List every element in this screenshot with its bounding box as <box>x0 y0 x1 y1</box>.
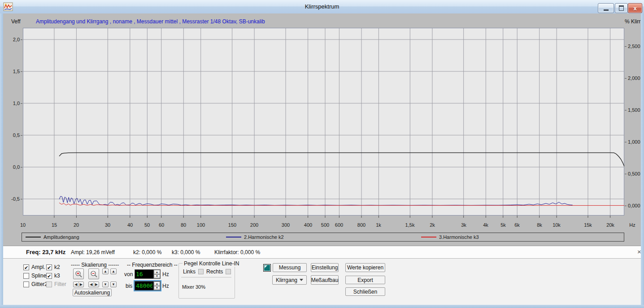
window-title: Klirrspektrum <box>0 3 644 10</box>
arrow-up-icon: ▲ <box>112 270 115 273</box>
plot-canvas[interactable] <box>23 28 624 218</box>
k3-line-swatch <box>421 237 436 238</box>
spinner-up-icon[interactable]: ▲ <box>154 270 160 274</box>
pan-left-right-2[interactable]: ◀ ▶ <box>88 282 99 287</box>
x-tick-label: 500 <box>321 222 329 228</box>
title-bar[interactable]: Klirrspektrum x <box>0 0 644 14</box>
k2-line-swatch <box>226 237 241 238</box>
mixer-level-label: Mixer 30% <box>182 284 205 290</box>
export-button[interactable]: Export <box>345 276 385 284</box>
spline-checkbox-row[interactable]: Spline <box>23 273 46 279</box>
right-axis-unit: % Klirr <box>625 18 640 25</box>
y-right-tick-mark <box>625 142 627 142</box>
x-tick-label: 3k <box>461 222 466 228</box>
k3-checkbox[interactable]: ✔ <box>46 273 52 279</box>
spinner-down-icon[interactable]: ▼ <box>154 286 160 290</box>
scale-down-button-2[interactable]: ▼ <box>110 282 117 287</box>
x-tick-label: 100 <box>197 222 205 228</box>
arrow-left-icon[interactable]: ◀ <box>89 282 94 287</box>
spline-checkbox-label: Spline <box>31 273 46 279</box>
ampl-checkbox-row[interactable]: ✔ Ampl. <box>23 264 45 270</box>
x-tick-label: 8k <box>537 222 542 228</box>
zoom-in-button[interactable] <box>73 268 84 279</box>
bis-field-group[interactable]: ▲ ▼ <box>135 281 161 290</box>
bis-input[interactable] <box>135 282 153 290</box>
arrow-right-icon[interactable]: ▶ <box>79 282 84 287</box>
x-tick-label: 30 <box>105 222 110 228</box>
x-tick-label: 800 <box>357 222 366 228</box>
von-input[interactable] <box>135 270 153 278</box>
k3-checkbox-row[interactable]: ✔ k3 <box>46 273 60 279</box>
spinner-up-icon[interactable]: ▲ <box>154 282 160 286</box>
status-k3: k3: 0,000 % <box>172 249 200 255</box>
measurement-status-led <box>263 264 271 272</box>
window-frame-bottom <box>0 305 644 308</box>
k2-checkbox[interactable]: ✔ <box>46 264 52 270</box>
x-origin-label: 10 <box>20 222 26 228</box>
autoskalierung-button[interactable]: Autoskalierung <box>73 289 112 296</box>
x-tick-label: 150 <box>228 222 236 228</box>
y-right-tick-mark <box>625 206 627 206</box>
von-field-group[interactable]: ▲ ▼ <box>135 269 161 279</box>
y-right-tick-label: 1,500 <box>628 107 640 113</box>
scale-up-button-2[interactable]: ▲ <box>110 268 117 274</box>
maximize-button[interactable] <box>615 3 628 13</box>
y-left-tick-label: 0,5 <box>3 132 20 138</box>
werte-kopieren-button[interactable]: Werte kopieren <box>345 263 385 272</box>
x-axis-unit: Hz <box>629 222 635 228</box>
x-tick-label: 1k <box>376 222 381 228</box>
klirrgang-dropdown[interactable]: Klirrgang <box>272 275 307 285</box>
von-unit: Hz <box>162 271 169 277</box>
frequenzbereich-group-title: -- Frequenzbereich -- <box>127 262 178 268</box>
y-right-tick-mark <box>625 78 627 79</box>
status-close-icon[interactable]: × <box>635 248 644 255</box>
chevron-down-icon <box>300 279 303 281</box>
k2-checkbox-label: k2 <box>54 264 60 270</box>
gitter2-checkbox-row[interactable]: Gitter2 <box>23 281 48 287</box>
rechts-checkbox-row[interactable]: Rechts <box>206 268 233 275</box>
k2-checkbox-row[interactable]: ✔ k2 <box>46 264 60 270</box>
measurement-subtitle: Amplitudengang und Klirrgang , noname , … <box>36 18 265 25</box>
arrow-left-icon[interactable]: ◀ <box>74 282 79 287</box>
scale-up-button-1[interactable]: ▲ <box>102 268 109 274</box>
pan-left-right-1[interactable]: ◀ ▶ <box>73 282 84 287</box>
x-tick-label: 400 <box>304 222 312 228</box>
arrow-right-icon[interactable]: ▶ <box>94 282 99 287</box>
zoom-out-button[interactable] <box>88 268 99 279</box>
von-spinner[interactable]: ▲ ▼ <box>153 270 160 278</box>
ampl-checkbox-label: Ampl. <box>31 264 45 270</box>
messaufbau-button[interactable]: Meßaufbau <box>311 275 339 285</box>
y-right-tick-mark <box>625 46 627 47</box>
einstellung-button[interactable]: Einstellung <box>311 263 339 272</box>
links-checkbox[interactable] <box>198 269 204 274</box>
scale-down-button-1[interactable]: ▼ <box>102 282 109 287</box>
filter-checkbox-row: Filter <box>46 281 66 287</box>
links-checkbox-row[interactable]: Links <box>183 268 206 275</box>
gitter2-checkbox[interactable] <box>23 282 29 287</box>
close-button[interactable]: x <box>628 3 642 13</box>
rechts-checkbox[interactable] <box>226 269 231 274</box>
arrow-up-icon: ▲ <box>104 270 107 273</box>
klirrgang-selected-value: Klirrgang <box>276 277 297 283</box>
status-klirrfaktor: Klirrfaktor: 0,000 % <box>214 249 260 255</box>
skalierung-group-title: ----- Skalierung ------ <box>71 262 119 268</box>
window-frame-right <box>641 13 644 305</box>
app-window: Klirrspektrum x Veff Amplitudengang und … <box>0 0 644 308</box>
spinner-down-icon[interactable]: ▼ <box>154 274 160 279</box>
minimize-button[interactable] <box>598 3 614 13</box>
left-axis-unit: Veff <box>11 18 20 25</box>
ampl-checkbox[interactable]: ✔ <box>23 264 29 270</box>
y-left-tick-mark <box>21 135 22 136</box>
spline-checkbox[interactable] <box>23 273 29 279</box>
y-right-tick-label: 1,000 <box>628 139 640 145</box>
y-right-tick-label: 0,000 <box>628 203 640 208</box>
minimize-icon <box>604 9 609 11</box>
rechts-label: Rechts <box>206 268 223 275</box>
status-bar: Freq: 23,7 kHz Ampl: 19,26 mVeff k2: 0,0… <box>3 246 641 259</box>
messung-button[interactable]: Messung <box>273 263 307 272</box>
schliessen-button[interactable]: Schließen <box>345 287 385 296</box>
bis-spinner[interactable]: ▲ ▼ <box>153 282 160 290</box>
y-right-tick-label: 2,500 <box>628 44 640 49</box>
x-tick-label: 2k <box>430 222 435 228</box>
x-tick-label: 10k <box>553 222 561 228</box>
